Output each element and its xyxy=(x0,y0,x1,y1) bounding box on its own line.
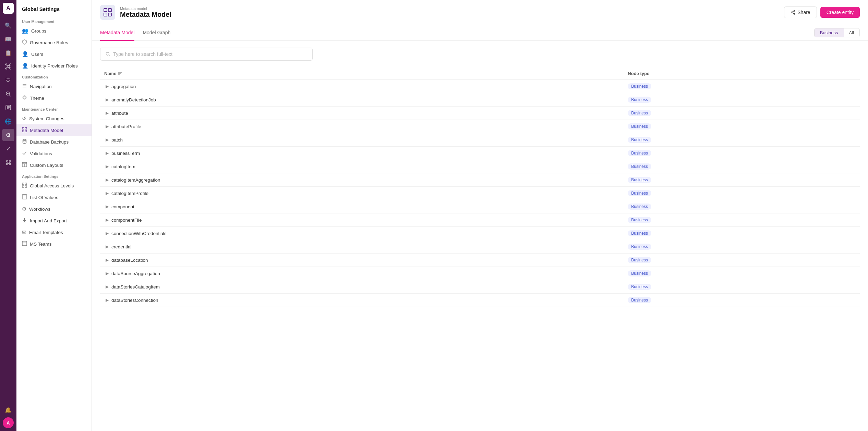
nav-globe[interactable]: 🌐 xyxy=(2,115,14,127)
expand-button[interactable]: ▶ xyxy=(104,257,110,263)
header-title-area: Metadata model Metadata Model xyxy=(120,7,171,19)
sidebar-item-label: Email Templates xyxy=(29,230,63,235)
expand-button[interactable]: ▶ xyxy=(104,123,110,130)
table-row: ▶databaseLocationBusiness xyxy=(100,254,860,267)
svg-rect-24 xyxy=(22,130,24,132)
table-row: ▶dataStoriesConnectionBusiness xyxy=(100,294,860,307)
filter-business-button[interactable]: Business xyxy=(815,28,844,37)
nav-search[interactable]: 🔍 xyxy=(2,19,14,32)
entity-name-cell: ▶catalogItemAggregation xyxy=(100,173,624,187)
svg-line-7 xyxy=(7,67,7,68)
business-badge: Business xyxy=(628,163,651,170)
nav-shield[interactable]: 🛡 xyxy=(2,74,14,86)
sidebar-item-list-of-values[interactable]: List Of Values xyxy=(16,192,92,203)
expand-button[interactable]: ▶ xyxy=(104,284,110,290)
sidebar-item-label: Theme xyxy=(30,96,44,101)
col-node-type-header: Node type xyxy=(624,67,860,80)
theme-icon xyxy=(22,95,27,101)
expand-button[interactable]: ▶ xyxy=(104,97,110,103)
table-row: ▶aggregationBusiness xyxy=(100,80,860,93)
svg-line-49 xyxy=(792,13,794,14)
sidebar-item-groups[interactable]: 👥 Groups xyxy=(16,25,92,37)
nav-check[interactable]: ✓ xyxy=(2,143,14,155)
nav-book[interactable]: 📖 xyxy=(2,33,14,45)
entity-name-cell: ▶attribute xyxy=(100,107,624,120)
expand-button[interactable]: ▶ xyxy=(104,177,110,183)
table-row: ▶dataStoriesCatalogItemBusiness xyxy=(100,280,860,294)
nav-connect[interactable] xyxy=(2,60,14,73)
share-button[interactable]: Share xyxy=(784,7,817,18)
nav-catalog[interactable]: 📋 xyxy=(2,47,14,59)
tab-model-graph[interactable]: Model Graph xyxy=(143,25,170,41)
sidebar-item-label: Global Access Levels xyxy=(30,183,74,188)
filter-toggle: Business All xyxy=(814,28,860,37)
sidebar-item-label: Governance Roles xyxy=(30,40,68,45)
svg-point-46 xyxy=(794,13,795,14)
expand-button[interactable]: ▶ xyxy=(104,230,110,236)
user-avatar[interactable]: A xyxy=(3,417,14,428)
table-row: ▶businessTermBusiness xyxy=(100,147,860,160)
node-type-cell: Business xyxy=(624,93,860,107)
nav-list[interactable] xyxy=(2,101,14,114)
sidebar-item-database-backups[interactable]: Database Backups xyxy=(16,136,92,148)
expand-button[interactable]: ▶ xyxy=(104,204,110,210)
nav-search2[interactable] xyxy=(2,88,14,100)
tab-metadata-model[interactable]: Metadata Model xyxy=(100,25,134,41)
svg-rect-44 xyxy=(108,13,111,16)
sidebar-item-navigation[interactable]: Navigation xyxy=(16,81,92,92)
identity-icon: 👤 xyxy=(22,63,28,69)
sidebar-item-theme[interactable]: Theme xyxy=(16,92,92,104)
nav-bell[interactable]: 🔔 xyxy=(2,404,14,416)
filter-all-button[interactable]: All xyxy=(844,28,859,37)
sidebar-item-users[interactable]: 👤 Users xyxy=(16,48,92,60)
sidebar-item-governance-roles[interactable]: Governance Roles xyxy=(16,37,92,48)
expand-button[interactable]: ▶ xyxy=(104,217,110,223)
svg-point-26 xyxy=(23,139,26,141)
business-badge: Business xyxy=(628,177,651,183)
page-header: Metadata model Metadata Model Share Crea… xyxy=(92,0,868,25)
create-entity-button[interactable]: Create entity xyxy=(820,7,860,18)
search-input[interactable] xyxy=(113,51,308,57)
sidebar-item-workflows[interactable]: ⚙ Workflows xyxy=(16,203,92,215)
business-badge: Business xyxy=(628,137,651,143)
entity-name-cell: ▶aggregation xyxy=(100,80,624,93)
expand-button[interactable]: ▶ xyxy=(104,150,110,156)
expand-button[interactable]: ▶ xyxy=(104,110,110,116)
expand-button[interactable]: ▶ xyxy=(104,270,110,276)
node-type-cell: Business xyxy=(624,173,860,187)
business-badge: Business xyxy=(628,83,651,89)
expand-button[interactable]: ▶ xyxy=(104,297,110,303)
sort-icon[interactable] xyxy=(118,71,122,76)
sidebar-item-validations[interactable]: Validations xyxy=(16,148,92,159)
table-row: ▶attributeBusiness xyxy=(100,107,860,120)
nav-settings[interactable]: ⚙ xyxy=(2,129,14,141)
sidebar-item-global-access-levels[interactable]: Global Access Levels xyxy=(16,180,92,192)
nav-puzzle[interactable] xyxy=(2,156,14,169)
expand-button[interactable]: ▶ xyxy=(104,137,110,143)
sidebar-item-import-export[interactable]: Import And Export xyxy=(16,215,92,226)
sidebar-item-metadata-model[interactable]: Metadata Model xyxy=(16,124,92,136)
metadata-model-icon xyxy=(22,127,27,133)
svg-rect-23 xyxy=(25,127,27,129)
sidebar-item-system-changes[interactable]: ↺ System Changes xyxy=(16,113,92,124)
expand-button[interactable]: ▶ xyxy=(104,190,110,196)
svg-line-48 xyxy=(792,11,794,12)
expand-button[interactable]: ▶ xyxy=(104,244,110,250)
app-logo[interactable]: A xyxy=(3,3,14,14)
node-type-cell: Business xyxy=(624,147,860,160)
entity-name-cell: ▶anomalyDetectionJob xyxy=(100,93,624,107)
svg-rect-43 xyxy=(104,13,107,16)
custom-layouts-icon xyxy=(22,162,27,168)
entity-name: attribute xyxy=(111,111,128,116)
table-row: ▶dataSourceAggregationBusiness xyxy=(100,267,860,280)
sidebar-item-identity-provider-roles[interactable]: 👤 Identity Provider Roles xyxy=(16,60,92,72)
node-type-cell: Business xyxy=(624,187,860,200)
sidebar-item-email-templates[interactable]: ✉ Email Templates xyxy=(16,226,92,238)
table-row: ▶batchBusiness xyxy=(100,133,860,147)
svg-point-47 xyxy=(791,12,792,13)
expand-button[interactable]: ▶ xyxy=(104,83,110,89)
expand-button[interactable]: ▶ xyxy=(104,163,110,170)
node-type-cell: Business xyxy=(624,213,860,227)
sidebar-item-ms-teams[interactable]: MS Teams xyxy=(16,238,92,250)
sidebar-item-custom-layouts[interactable]: Custom Layouts xyxy=(16,159,92,171)
